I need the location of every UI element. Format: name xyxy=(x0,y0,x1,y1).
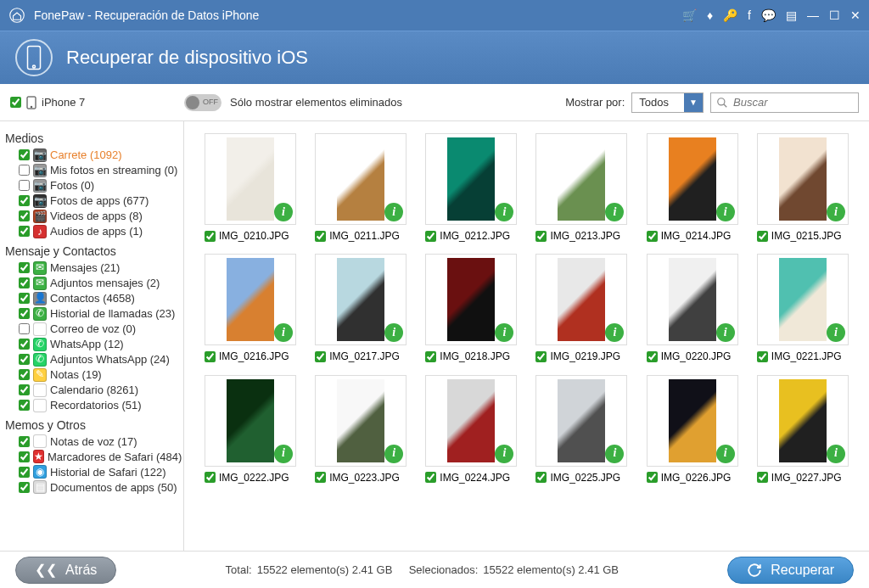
thumbnail-checkbox[interactable] xyxy=(757,472,768,483)
device-checkbox[interactable] xyxy=(10,97,21,108)
thumbnail-checkbox[interactable] xyxy=(425,231,436,242)
thumbnail-checkbox[interactable] xyxy=(647,351,658,362)
sidebar-item-checkbox[interactable] xyxy=(19,339,30,350)
info-icon[interactable]: i xyxy=(495,445,513,463)
thumbnail-checkbox[interactable] xyxy=(535,231,547,242)
close-icon[interactable]: ✕ xyxy=(850,8,861,23)
show-by-dropdown[interactable]: Todos ▼ xyxy=(631,92,704,113)
sidebar-item-checkbox[interactable] xyxy=(19,293,30,304)
sidebar-item-checkbox[interactable] xyxy=(19,277,30,288)
thumbnail-card[interactable]: iIMG_0214.JPG xyxy=(647,133,742,242)
search-box[interactable] xyxy=(710,92,859,113)
sidebar-item-checkbox[interactable] xyxy=(19,436,30,447)
sidebar-item[interactable]: ☑Recordatorios (51) xyxy=(3,398,180,413)
thumbnail-card[interactable]: iIMG_0217.JPG xyxy=(315,254,410,362)
info-icon[interactable]: i xyxy=(605,323,624,342)
sidebar-item-checkbox[interactable] xyxy=(19,210,30,221)
info-icon[interactable]: i xyxy=(274,203,293,221)
thumbnail-card[interactable]: iIMG_0219.JPG xyxy=(535,254,631,362)
home-icon[interactable] xyxy=(8,7,25,24)
info-icon[interactable]: i xyxy=(605,203,624,221)
thumbnail-checkbox[interactable] xyxy=(315,231,326,242)
sidebar-item[interactable]: ✆WhatsApp (12) xyxy=(3,337,180,352)
sidebar-item-checkbox[interactable] xyxy=(19,165,30,176)
thumbnail-card[interactable]: iIMG_0221.JPG xyxy=(757,254,852,362)
sidebar-item-checkbox[interactable] xyxy=(19,195,30,206)
facebook-icon[interactable]: f xyxy=(748,8,751,23)
info-icon[interactable]: i xyxy=(827,323,845,342)
sidebar-item-checkbox[interactable] xyxy=(19,384,30,395)
thumbnail-card[interactable]: iIMG_0211.JPG xyxy=(315,133,410,242)
thumbnail-checkbox[interactable] xyxy=(425,472,436,483)
sidebar-item[interactable]: 📷Mis fotos en streaming (0) xyxy=(3,163,180,178)
sidebar-item[interactable]: ▦Calendario (8261) xyxy=(3,383,180,398)
thumbnail-card[interactable]: iIMG_0218.JPG xyxy=(425,254,520,362)
sidebar-item[interactable]: ✉Mensajes (21) xyxy=(3,260,180,276)
chat-icon[interactable]: 💬 xyxy=(761,8,776,23)
thumbnail-checkbox[interactable] xyxy=(757,231,768,242)
sidebar-item[interactable]: 👤Contactos (4658) xyxy=(3,291,180,306)
info-icon[interactable]: i xyxy=(605,445,624,463)
info-icon[interactable]: i xyxy=(384,445,403,463)
thumbnail-card[interactable]: iIMG_0224.JPG xyxy=(425,375,520,484)
sidebar-item-checkbox[interactable] xyxy=(19,482,30,493)
thumbnail-checkbox[interactable] xyxy=(757,351,768,362)
sidebar-item-checkbox[interactable] xyxy=(19,149,30,160)
sidebar-item[interactable]: ★Marcadores de Safari (484) xyxy=(3,449,180,464)
sidebar-item-checkbox[interactable] xyxy=(19,369,30,380)
key-icon[interactable]: 🔑 xyxy=(723,8,737,23)
thumbnail-card[interactable]: iIMG_0225.JPG xyxy=(535,375,631,484)
info-icon[interactable]: i xyxy=(827,445,845,463)
sidebar-item-checkbox[interactable] xyxy=(19,323,30,334)
sidebar-item[interactable]: 🎬Videos de apps (8) xyxy=(3,209,180,224)
sidebar-item-checkbox[interactable] xyxy=(19,226,30,237)
thumbnail-card[interactable]: iIMG_0223.JPG xyxy=(315,375,410,484)
search-input[interactable] xyxy=(733,96,853,109)
thumbnail-card[interactable]: iIMG_0220.JPG xyxy=(647,254,742,362)
recover-button[interactable]: Recuperar xyxy=(727,557,854,584)
minimize-icon[interactable]: — xyxy=(807,8,819,23)
sidebar-item[interactable]: ▤Documentos de apps (50) xyxy=(3,479,180,495)
sidebar-item[interactable]: ●Notas de voz (17) xyxy=(3,434,180,449)
maximize-icon[interactable]: ☐ xyxy=(829,8,840,23)
info-icon[interactable]: i xyxy=(716,445,735,463)
diamond-icon[interactable]: ♦ xyxy=(707,8,713,23)
info-icon[interactable]: i xyxy=(274,323,293,342)
thumbnail-checkbox[interactable] xyxy=(425,351,436,362)
deleted-toggle[interactable]: OFF xyxy=(184,94,221,111)
info-icon[interactable]: i xyxy=(384,203,403,221)
sidebar-item-checkbox[interactable] xyxy=(19,308,30,319)
sidebar-item[interactable]: ⚇Correo de voz (0) xyxy=(3,322,180,337)
cart-icon[interactable]: 🛒 xyxy=(682,8,697,23)
sidebar-item[interactable]: ◉Historial de Safari (122) xyxy=(3,464,180,479)
thumbnail-card[interactable]: iIMG_0213.JPG xyxy=(535,133,631,242)
sidebar-item[interactable]: ✆Historial de llamadas (23) xyxy=(3,306,180,322)
info-icon[interactable]: i xyxy=(716,323,735,342)
thumbnail-checkbox[interactable] xyxy=(647,472,658,483)
thumbnail-checkbox[interactable] xyxy=(205,231,216,242)
sidebar-item-checkbox[interactable] xyxy=(19,400,30,411)
feedback-icon[interactable]: ▤ xyxy=(786,8,797,23)
sidebar-item[interactable]: 📷Carrete (1092) xyxy=(3,148,180,163)
sidebar-item-checkbox[interactable] xyxy=(19,180,30,191)
thumbnail-checkbox[interactable] xyxy=(647,231,658,242)
sidebar-item[interactable]: ♪Audios de apps (1) xyxy=(3,224,180,239)
thumbnail-checkbox[interactable] xyxy=(315,351,326,362)
info-icon[interactable]: i xyxy=(495,203,513,221)
sidebar-item[interactable]: ✆Adjuntos WhatsApp (24) xyxy=(3,352,180,367)
thumbnail-card[interactable]: iIMG_0210.JPG xyxy=(205,133,300,242)
sidebar-item-checkbox[interactable] xyxy=(19,262,30,273)
thumbnail-checkbox[interactable] xyxy=(205,472,216,483)
sidebar-item[interactable]: 📷Fotos de apps (677) xyxy=(3,193,180,209)
thumbnail-checkbox[interactable] xyxy=(535,472,547,483)
thumbnail-checkbox[interactable] xyxy=(205,351,216,362)
thumbnail-checkbox[interactable] xyxy=(535,351,547,362)
info-icon[interactable]: i xyxy=(274,445,293,463)
info-icon[interactable]: i xyxy=(716,203,735,221)
thumbnail-card[interactable]: iIMG_0227.JPG xyxy=(757,375,852,484)
info-icon[interactable]: i xyxy=(384,323,403,342)
sidebar-item-checkbox[interactable] xyxy=(19,467,30,478)
sidebar-item[interactable]: 📷Fotos (0) xyxy=(3,178,180,193)
sidebar-item[interactable]: ✉Adjuntos mensajes (2) xyxy=(3,276,180,291)
sidebar-item[interactable]: ✎Notas (19) xyxy=(3,367,180,383)
